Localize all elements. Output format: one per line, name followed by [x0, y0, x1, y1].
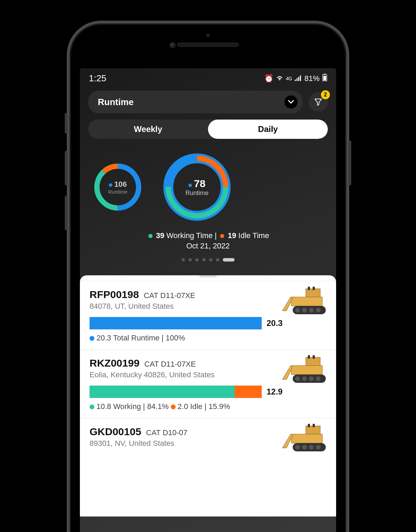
- filter-badge: 2: [321, 90, 330, 99]
- phone-frame: 1:25 ⏰ 4G 81% Runtime: [67, 21, 349, 532]
- donut-small-label: Runtime: [108, 189, 127, 195]
- phone-speaker: [177, 43, 239, 47]
- donut-small-value: 106: [114, 180, 127, 188]
- svg-rect-6: [323, 76, 326, 81]
- app-screen: 1:25 ⏰ 4G 81% Runtime: [80, 68, 336, 532]
- asset-list-sheet[interactable]: RFP00198 CAT D11-07XE 84078, UT, United …: [80, 275, 336, 516]
- asset-card[interactable]: RKZ00199 CAT D11-07XE Eolia, Kentucky 40…: [80, 349, 336, 418]
- page-dot: [216, 258, 219, 262]
- runtime-bar: 20.3: [90, 317, 326, 329]
- battery-icon: [322, 74, 327, 83]
- asset-model: CAT D11-07XE: [144, 291, 195, 300]
- phone-side-button: [65, 151, 67, 185]
- svg-rect-0: [295, 80, 296, 81]
- proximity-sensor: [206, 34, 210, 37]
- asset-id: GKD00105: [90, 426, 141, 438]
- runtime-legend: 20.3 Total Runtime | 100%: [90, 334, 326, 342]
- tab-weekly[interactable]: Weekly: [88, 120, 208, 139]
- filter-icon: [314, 98, 323, 106]
- alarm-icon: ⏰: [264, 74, 273, 83]
- runtime-legend: 10.8 Working | 84.1% 2.0 Idle | 15.9%: [90, 402, 326, 411]
- legend-working-value: 39: [156, 231, 164, 240]
- page-indicator[interactable]: [80, 250, 336, 270]
- runtime-bar: 12.9: [90, 386, 326, 398]
- asset-model: CAT D11-07XE: [144, 360, 196, 369]
- asset-model: CAT D10-07: [146, 428, 187, 437]
- tab-daily[interactable]: Daily: [208, 120, 328, 139]
- status-time: 1:25: [89, 73, 106, 84]
- asset-thumbnail: [281, 287, 329, 318]
- runtime-value: 20.3: [267, 318, 283, 328]
- page-dot: [195, 258, 199, 262]
- donut-large-label: Runtime: [185, 190, 208, 197]
- asset-id: RKZ00199: [90, 357, 139, 369]
- chevron-down-icon: [284, 95, 298, 109]
- phone-side-button: [349, 141, 351, 185]
- phone-camera: [169, 42, 176, 48]
- period-segmented: Weekly Daily: [88, 120, 328, 139]
- svg-rect-3: [300, 75, 301, 81]
- page-dot: [202, 258, 206, 262]
- asset-card[interactable]: RFP00198 CAT D11-07XE 84078, UT, United …: [80, 281, 336, 349]
- chart-legend: 39 Working Time | 19 Idle Time: [80, 228, 336, 240]
- status-bar: 1:25 ⏰ 4G 81%: [80, 68, 336, 87]
- page-dot: [181, 258, 185, 262]
- status-right: ⏰ 4G 81%: [264, 74, 327, 83]
- donut-primary: 78 Runtime: [159, 149, 235, 225]
- svg-rect-2: [298, 77, 299, 81]
- legend-dot-working: [148, 234, 153, 238]
- donut-charts[interactable]: 106 Runtime 78 Runtime: [80, 144, 336, 228]
- dropdown-label: Runtime: [98, 97, 134, 108]
- page-dot: [188, 258, 192, 262]
- battery-text: 81%: [304, 74, 320, 83]
- filter-button[interactable]: 2: [309, 92, 328, 112]
- asset-id: RFP00198: [90, 289, 139, 300]
- legend-dot-idle: [220, 234, 224, 238]
- wifi-icon: [276, 74, 283, 83]
- donut-large-value: 78: [194, 178, 205, 189]
- network-type: 4G: [286, 76, 292, 81]
- chart-date: Oct 21, 2022: [80, 240, 336, 250]
- phone-side-button: [65, 196, 67, 230]
- runtime-value: 12.9: [267, 387, 283, 397]
- svg-rect-1: [297, 78, 298, 81]
- legend-working-label: Working Time: [166, 231, 212, 240]
- top-controls: Runtime 2: [80, 87, 336, 120]
- legend-idle-value: 19: [228, 231, 236, 240]
- asset-thumbnail: [281, 355, 329, 386]
- donut-secondary: 106 Runtime: [90, 160, 145, 215]
- page-dot: [209, 258, 212, 262]
- page-dot-active: [223, 258, 235, 262]
- legend-idle-label: Idle Time: [238, 231, 269, 240]
- metric-dropdown[interactable]: Runtime: [88, 91, 302, 113]
- signal-icon: [295, 74, 302, 83]
- drag-handle[interactable]: [199, 275, 217, 277]
- asset-thumbnail: [281, 424, 329, 455]
- asset-card[interactable]: GKD00105 CAT D10-07 89301, NV, United St…: [80, 418, 336, 455]
